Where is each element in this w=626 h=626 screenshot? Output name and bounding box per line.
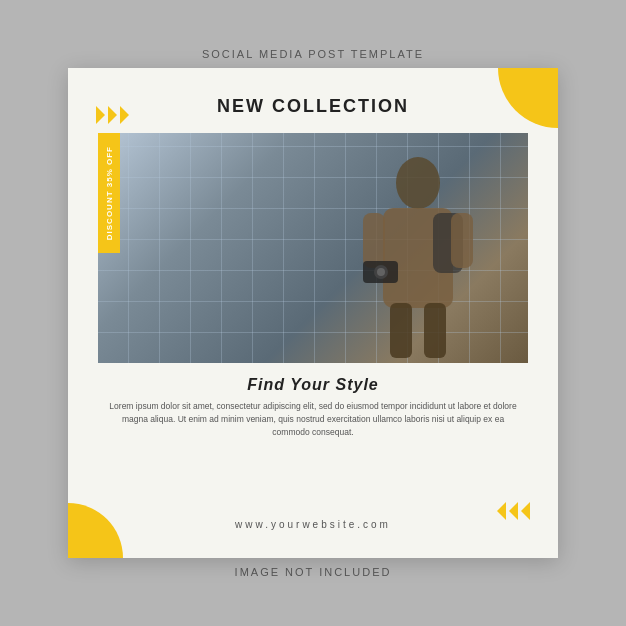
website-url: www.yourwebsite.com bbox=[68, 519, 558, 530]
svg-point-9 bbox=[377, 268, 385, 276]
person-silhouette bbox=[348, 143, 488, 363]
discount-ribbon: DISCOUNT 35% OFF bbox=[98, 133, 120, 253]
chevrons-bottom-right bbox=[497, 502, 530, 520]
bottom-label: IMAGE NOT INCLUDED bbox=[235, 566, 392, 578]
discount-text: DISCOUNT 35% OFF bbox=[105, 146, 114, 240]
corner-bottom-left-decoration bbox=[68, 503, 123, 558]
tagline: Find Your Style bbox=[68, 376, 558, 394]
svg-rect-5 bbox=[390, 303, 412, 358]
collection-title: NEW COLLECTION bbox=[68, 96, 558, 117]
product-image-area bbox=[98, 133, 528, 363]
chevron-left-icon-2 bbox=[509, 502, 518, 520]
svg-rect-6 bbox=[424, 303, 446, 358]
image-placeholder bbox=[98, 133, 528, 363]
top-label: SOCIAL MEDIA POST TEMPLATE bbox=[202, 48, 424, 60]
outer-wrapper: SOCIAL MEDIA POST TEMPLATE NEW COLLECTIO… bbox=[0, 0, 626, 626]
chevron-left-icon-3 bbox=[521, 502, 530, 520]
chevron-left-icon-1 bbox=[497, 502, 506, 520]
svg-rect-4 bbox=[451, 213, 473, 268]
description-text: Lorem ipsum dolor sit amet, consectetur … bbox=[108, 400, 518, 438]
svg-point-0 bbox=[396, 157, 440, 209]
social-media-card: NEW COLLECTION bbox=[68, 68, 558, 558]
svg-rect-3 bbox=[363, 213, 385, 268]
